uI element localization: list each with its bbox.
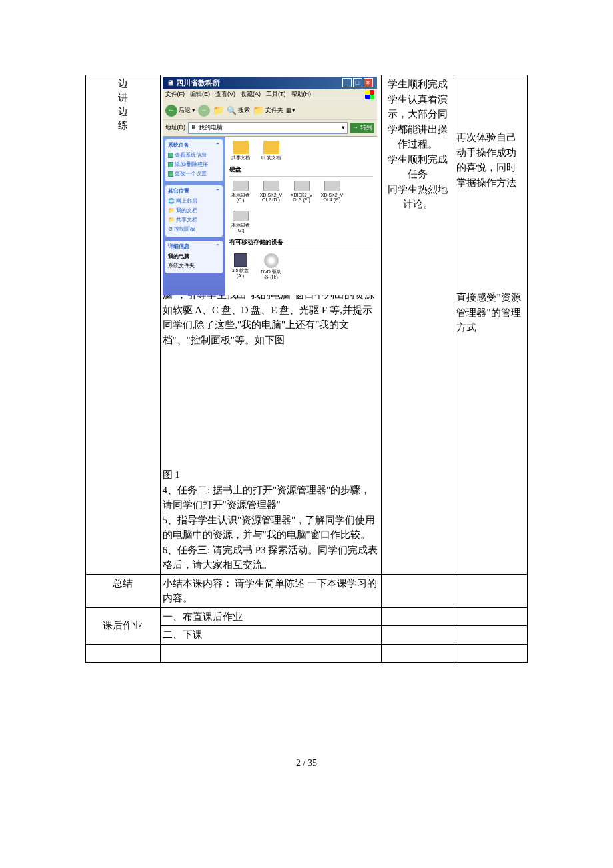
row-empty — [86, 644, 528, 663]
drive-e[interactable]: XDISK2_VOL3 (E:) — [291, 181, 313, 203]
task2b-text: 5、指导学生认识"资源管理器"，了解同学们使用的电脑中的资源，并与"我的电脑"窗… — [163, 513, 380, 543]
design-intent-a: 再次体验自己动手操作成功的喜悦，同时掌据操作方法 — [456, 130, 525, 190]
menu-bar: 文件(F) 编辑(E) 查看(V) 收藏(A) 工具(T) 帮助(H) — [163, 89, 377, 101]
lesson-plan-table: 边讲边练 🖥 四川省教科所 _ □ × 文件(F) 编辑(E) 查看(V) 收藏 — [85, 75, 528, 663]
drive-d[interactable]: XDISK2_VOL2 (D:) — [260, 181, 283, 203]
task-settings[interactable]: 更改一个设置 — [168, 170, 220, 178]
forward-button[interactable]: → — [198, 105, 210, 117]
row-label-practice: 边讲边练 — [88, 77, 158, 133]
computer-icon: 🖥 — [167, 79, 174, 87]
drive-icon — [294, 181, 310, 191]
other-places-header: 其它位置 — [168, 187, 189, 195]
menu-help[interactable]: 帮助(H) — [291, 90, 312, 99]
row-label-homework: 课后作业 — [86, 607, 161, 644]
floppy-icon — [234, 253, 247, 267]
drive-icon — [263, 181, 279, 191]
menu-view[interactable]: 查看(V) — [215, 90, 235, 99]
drive-icon — [233, 181, 249, 191]
menu-edit[interactable]: 编辑(E) — [190, 90, 210, 99]
row-practice: 边讲边练 🖥 四川省教科所 _ □ × 文件(F) 编辑(E) 查看(V) 收藏 — [86, 75, 528, 575]
figure-label: 图 1 — [163, 467, 380, 483]
section-hard-drives: 硬盘 — [229, 165, 373, 177]
settings-icon — [168, 171, 173, 177]
homework-2: 二、下课 — [160, 626, 382, 645]
go-button[interactable]: → 转到 — [350, 123, 374, 133]
page-footer: 2 / 35 — [85, 756, 528, 770]
views-button[interactable]: ▦▾ — [286, 106, 295, 115]
collapse-icon[interactable]: ⌃ — [215, 187, 220, 195]
menu-file[interactable]: 文件(F) — [165, 90, 185, 99]
address-bar: 地址(D) 🖥我的电脑▾ → 转到 — [163, 120, 377, 137]
system-tasks-panel: 系统任务⌃ 查看系统信息 添加/删除程序 更改一个设置 — [165, 139, 223, 181]
task2-text: 4、任务二: 据书上的打开"资源管理器"的步骤，请同学们打开"资源管理器" — [163, 483, 380, 513]
row-summary: 总结 小结本课内容： 请学生简单陈述 一下本课学习的内容。 — [86, 574, 528, 607]
minimize-button[interactable]: _ — [342, 78, 352, 87]
folders-button[interactable]: 📁文件夹 — [253, 103, 283, 117]
student-activity: 学生顺利完成学生认真看演示，大部分同学都能讲出操作过程。 学生顺利完成任务 同学… — [384, 77, 452, 212]
menu-fav[interactable]: 收藏(A) — [241, 90, 261, 99]
task3-text: 6、任务三: 请完成书 P3 探索活动。同学们完成表格后，请大家相互交流。 — [163, 543, 380, 573]
place-shared[interactable]: 📁共享文档 — [168, 216, 220, 224]
section-removable: 有可移动存储的设备 — [229, 238, 373, 249]
details-panel: 详细信息⌃ 我的电脑 系统文件夹 — [165, 241, 223, 273]
drive-icon — [233, 211, 249, 221]
folder-icon: 📁 — [253, 103, 264, 117]
back-arrow-icon: ← — [165, 105, 177, 117]
task-addremove[interactable]: 添加/删除程序 — [168, 161, 220, 169]
collapse-icon[interactable]: ⌃ — [215, 141, 220, 149]
tasks-panel: 系统任务⌃ 查看系统信息 添加/删除程序 更改一个设置 其它位置⌃ 🌐网上邻居 … — [163, 137, 225, 295]
drive-floppy[interactable]: 3.5 软盘 (A:) — [229, 253, 252, 279]
homework-1: 一、布置课后作业 — [160, 607, 382, 626]
drive-dvd[interactable]: DVD 驱动器 (H:) — [260, 253, 283, 279]
sysinfo-icon — [168, 153, 173, 158]
design-intent-b: 直接感受"资源管理器"的管理方式 — [456, 290, 525, 335]
details-name: 我的电脑 — [168, 253, 220, 261]
folder-icon — [263, 141, 279, 154]
menu-tools[interactable]: 工具(T) — [266, 90, 286, 99]
summary-content: 小结本课内容： 请学生简单陈述 一下本课学习的内容。 — [160, 574, 382, 607]
task-sysinfo[interactable]: 查看系统信息 — [168, 151, 220, 159]
window-title: 四川省教科所 — [176, 79, 220, 87]
close-button[interactable]: × — [364, 78, 373, 87]
drive-f[interactable]: XDISK2_VOL4 (F:) — [321, 181, 344, 203]
folder-icon — [233, 141, 249, 154]
place-control[interactable]: ⚙控制面板 — [168, 225, 220, 233]
network-icon: 🌐 — [168, 197, 175, 205]
details-header: 详细信息 — [168, 243, 189, 251]
text-below-screenshot: 脑"，引导学生找出"我的电脑"窗口中列出的资源 如软驱 A、C 盘、D 盘、E … — [163, 287, 380, 347]
place-mydocs[interactable]: 📁我的文档 — [168, 207, 220, 215]
computer-icon-small: 🖥 — [191, 123, 197, 133]
drive-icon — [324, 181, 340, 191]
search-icon: 🔍 — [227, 105, 237, 117]
explorer-contents: 共享文档 td 的文档 硬盘 本地磁盘 (C:) XDISK2_VOL2 (D:… — [225, 137, 377, 295]
dvd-icon — [264, 253, 279, 268]
up-folder-icon[interactable]: 📁 — [213, 103, 224, 117]
addremove-icon — [168, 162, 173, 167]
window-titlebar: 🖥 四川省教科所 _ □ × — [163, 77, 377, 89]
place-network[interactable]: 🌐网上邻居 — [168, 197, 220, 205]
docs-icon: 📁 — [168, 207, 175, 215]
row-homework: 课后作业 一、布置课后作业 — [86, 607, 528, 626]
my-computer-screenshot: 🖥 四川省教科所 _ □ × 文件(F) 编辑(E) 查看(V) 收藏(A) 工… — [163, 77, 377, 283]
shared-icon: 📁 — [168, 216, 175, 224]
row-label-summary: 总结 — [86, 574, 161, 607]
drive-g[interactable]: 本地磁盘 (G:) — [229, 211, 252, 233]
back-button[interactable]: ←后退 ▾ — [165, 105, 195, 117]
windows-logo-icon — [365, 90, 374, 99]
folder-shared-docs[interactable]: 共享文档 — [229, 141, 252, 161]
drive-c[interactable]: 本地磁盘 (C:) — [229, 181, 252, 203]
search-button[interactable]: 🔍搜索 — [227, 105, 250, 117]
maximize-button[interactable]: □ — [353, 78, 362, 87]
system-tasks-header: 系统任务 — [168, 141, 189, 149]
toolbar: ←后退 ▾ → 📁 🔍搜索 📁文件夹 ▦▾ — [163, 101, 377, 120]
collapse-icon[interactable]: ⌃ — [215, 243, 220, 251]
address-input[interactable]: 🖥我的电脑▾ — [188, 122, 348, 134]
control-icon: ⚙ — [168, 225, 173, 233]
folder-td-docs[interactable]: td 的文档 — [260, 141, 283, 161]
other-places-panel: 其它位置⌃ 🌐网上邻居 📁我的文档 📁共享文档 ⚙控制面板 — [165, 185, 223, 237]
address-label: 地址(D) — [165, 123, 186, 133]
details-type: 系统文件夹 — [168, 262, 220, 270]
